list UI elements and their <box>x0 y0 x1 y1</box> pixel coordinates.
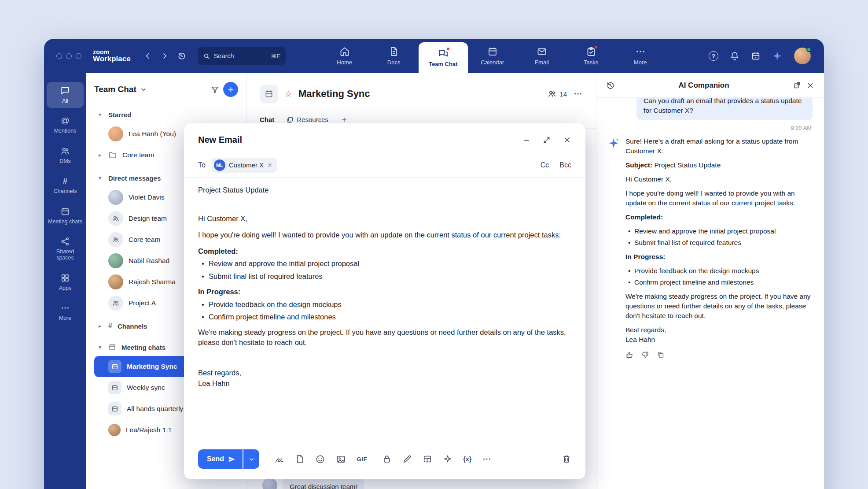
search-shortcut: ⌘F <box>271 52 280 59</box>
item-label: Lea/Rajesh 1:1 <box>126 426 172 434</box>
remove-recipient-button[interactable] <box>267 163 272 168</box>
history-button[interactable] <box>177 52 186 60</box>
ai-close-button[interactable] <box>806 82 814 89</box>
new-chat-button[interactable] <box>223 82 238 97</box>
nav-tasks[interactable]: Tasks <box>566 39 616 73</box>
notification-dot <box>594 45 598 49</box>
edit-button[interactable] <box>402 454 412 464</box>
members-button[interactable]: 14 <box>548 89 567 98</box>
minimize-button[interactable] <box>522 136 530 144</box>
rail-item-shared-spaces[interactable]: Shared spaces <box>47 233 84 265</box>
zoom-window-control[interactable] <box>76 53 81 59</box>
left-rail: All @ Mentions DMs # Channels Meeting ch… <box>44 73 86 489</box>
attach-file-button[interactable] <box>295 454 305 464</box>
subject-text: Project Status Update <box>198 186 269 194</box>
calendar-quick-button[interactable] <box>751 51 761 61</box>
rail-item-meeting-chats[interactable]: Meeting chats <box>47 203 84 229</box>
history-icon <box>606 81 615 90</box>
in-progress-list: Provide feedback on the design mockups C… <box>198 300 571 322</box>
rail-item-channels[interactable]: # Channels <box>47 172 84 198</box>
star-icon[interactable]: ☆ <box>284 89 292 99</box>
emoji-button[interactable] <box>315 454 325 464</box>
ai-conversation[interactable]: Can you draft an email that provides a s… <box>596 98 824 489</box>
meeting-calendar-icon <box>108 343 116 351</box>
search-input[interactable] <box>214 52 267 59</box>
recipient-chip[interactable]: ML Customer X <box>212 158 277 173</box>
add-tab-button[interactable] <box>341 116 348 123</box>
rail-label: DMs <box>59 158 71 164</box>
tab-chat[interactable]: Chat <box>260 116 274 123</box>
home-icon <box>339 46 350 57</box>
window-controls[interactable] <box>56 53 81 59</box>
forward-button[interactable] <box>161 52 169 60</box>
nav-email[interactable]: Email <box>517 39 566 73</box>
rail-item-all[interactable]: All <box>47 82 84 108</box>
help-button[interactable]: ? <box>709 51 718 61</box>
subject-field[interactable]: Project Status Update <box>184 178 585 203</box>
meeting-chat-icon <box>108 381 121 394</box>
tab-resources[interactable]: Resources <box>287 116 328 123</box>
ai-assist-button[interactable] <box>443 454 452 464</box>
avatar <box>108 253 123 268</box>
send-options-button[interactable] <box>243 449 259 469</box>
group-avatar-icon <box>108 232 123 247</box>
bcc-button[interactable]: Bcc <box>559 161 571 169</box>
group-avatar-icon <box>108 296 123 311</box>
nav-calendar[interactable]: Calendar <box>468 39 517 73</box>
folder-icon <box>108 151 117 159</box>
history-icon <box>177 52 186 60</box>
user-message-bubble: Can you draft an email that provides a s… <box>636 98 813 120</box>
channel-more-button[interactable] <box>573 89 583 99</box>
chevron-down-icon[interactable] <box>140 86 147 93</box>
insert-image-button[interactable] <box>336 454 346 464</box>
profile-button[interactable] <box>794 48 811 64</box>
closing-paragraph: We're making steady progress on the proj… <box>625 292 813 321</box>
meeting-calendar-icon <box>60 207 70 216</box>
sidebar-title[interactable]: Team Chat <box>94 85 136 94</box>
list-item: Provide feedback on the design mockups <box>198 300 571 310</box>
signature-button[interactable] <box>274 454 284 464</box>
docs-icon <box>389 46 399 57</box>
item-label: Nabil Rashad <box>129 257 169 265</box>
rail-item-mentions[interactable]: @ Mentions <box>47 112 84 138</box>
thumbs-up-button[interactable] <box>625 351 634 359</box>
email-body-editor[interactable]: Hi Customer X, I hope you're doing well!… <box>184 203 585 442</box>
cc-button[interactable]: Cc <box>541 161 549 169</box>
list-item: Provide feedback on the design mockups <box>625 266 813 276</box>
sidebar-section-starred[interactable]: ▾ Starred <box>94 106 238 123</box>
close-compose-button[interactable] <box>563 136 571 144</box>
sparkle-icon <box>443 454 452 464</box>
rail-item-dms[interactable]: DMs <box>47 142 84 168</box>
discard-draft-button[interactable] <box>562 454 571 464</box>
nav-more[interactable]: More <box>616 39 665 73</box>
list-item: Review and approve the initial project p… <box>198 259 571 269</box>
back-button[interactable] <box>144 52 152 60</box>
avatar <box>108 126 123 141</box>
rail-item-apps[interactable]: Apps <box>47 269 84 295</box>
gif-button[interactable]: GIF <box>357 456 367 463</box>
chat-bubble-icon <box>60 86 70 96</box>
nav-docs[interactable]: Docs <box>369 39 419 73</box>
variables-button[interactable]: {x} <box>463 456 471 463</box>
filter-button[interactable] <box>210 85 220 94</box>
layout-button[interactable] <box>423 454 432 464</box>
nav-home[interactable]: Home <box>320 39 369 73</box>
ai-open-external-button[interactable] <box>793 81 801 89</box>
notifications-button[interactable] <box>730 51 739 61</box>
expand-button[interactable] <box>543 136 551 144</box>
section-label: Meeting chats <box>121 344 166 351</box>
share-nodes-icon <box>60 237 70 246</box>
nav-team-chat[interactable]: Team Chat <box>419 42 468 73</box>
more-tools-button[interactable] <box>482 454 492 464</box>
ai-companion-button[interactable] <box>772 51 783 61</box>
team-chat-icon <box>438 48 449 59</box>
encrypt-button[interactable] <box>382 454 392 464</box>
send-button[interactable]: Send <box>198 449 243 469</box>
rail-item-more[interactable]: More <box>47 299 84 325</box>
close-window-control[interactable] <box>56 53 62 59</box>
search-bar[interactable]: ⌘F <box>198 47 286 65</box>
ai-history-button[interactable] <box>606 81 615 90</box>
copy-button[interactable] <box>656 351 665 359</box>
thumbs-down-button[interactable] <box>641 351 649 359</box>
minimize-window-control[interactable] <box>66 53 72 59</box>
